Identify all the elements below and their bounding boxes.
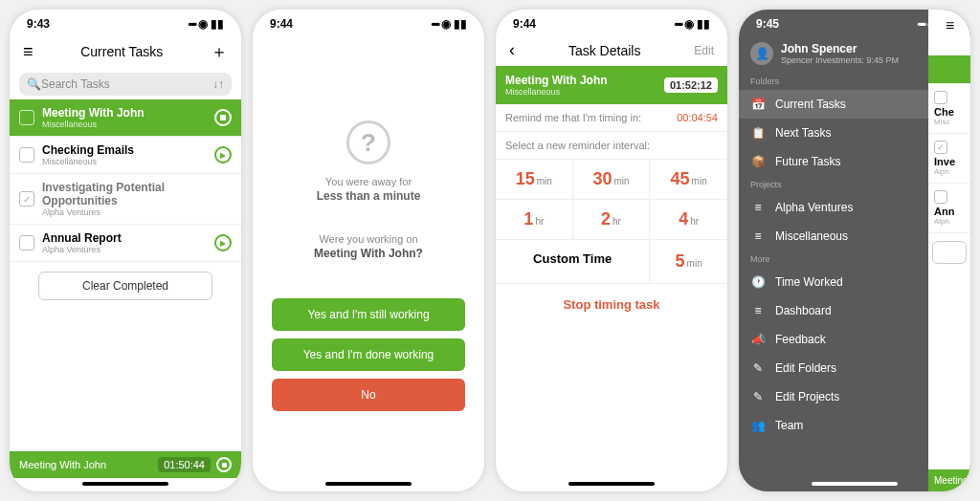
screen-current-tasks: 9:43 ••••• ◉ ▮▮ ≡ Current Tasks ＋ 🔍 Sear… xyxy=(10,10,241,491)
interval-option[interactable]: 30min xyxy=(573,160,651,200)
edit-button[interactable]: Edit xyxy=(694,44,714,57)
folder-icon: 📦 xyxy=(750,155,766,168)
task-category: Miscellaneous xyxy=(42,157,214,166)
stop-timing-button[interactable]: Stop timing task xyxy=(496,284,727,325)
status-bar: 9:44 ••••• ◉ ▮▮ xyxy=(496,10,727,34)
task-name: Meeting With John xyxy=(42,106,214,120)
done-working-button[interactable]: Yes and I'm done working xyxy=(272,338,465,371)
signal-icon: ••••• xyxy=(917,19,924,30)
interval-option[interactable]: 5min xyxy=(650,240,727,284)
nav-bar: ‹ Task Details Edit xyxy=(496,34,727,66)
task-checkbox xyxy=(934,190,947,204)
task-row[interactable]: Annual Report Alpha Ventures ▶ xyxy=(10,225,241,262)
task-name: Investigating Potential Opportunities xyxy=(42,181,232,207)
play-icon[interactable]: ▶ xyxy=(214,146,232,163)
clock: 9:43 xyxy=(27,17,50,31)
menu-icon[interactable]: ≡ xyxy=(928,10,970,34)
battery-icon: ▮▮ xyxy=(211,17,224,31)
user-subtitle: Spencer Investments: 9:45 PM xyxy=(781,55,899,65)
clock: 9:44 xyxy=(513,17,536,31)
interval-option[interactable]: 45min xyxy=(650,160,727,200)
background-screen-peek: ≡ Che Misc ✓ Inve Alph Ann Alph Meeting xyxy=(928,10,970,491)
still-working-button[interactable]: Yes and I'm still working xyxy=(272,298,465,331)
home-indicator xyxy=(812,482,898,486)
dashboard-icon: ≡ xyxy=(750,304,766,317)
screen-away-prompt: 9:44 ••••• ◉ ▮▮ ? You were away for Less… xyxy=(253,10,484,491)
interval-grid: 15min 30min 45min 1hr 2hr 4hr xyxy=(496,160,727,240)
wifi-icon: ◉ xyxy=(441,17,451,31)
away-duration: Less than a minute xyxy=(317,189,421,203)
megaphone-icon: 📣 xyxy=(750,333,766,346)
task-checkbox-checked[interactable]: ✓ xyxy=(19,191,34,207)
interval-option[interactable]: 2hr xyxy=(573,200,651,240)
task-list: Meeting With John Miscellaneous Checking… xyxy=(10,99,241,451)
clock: 9:44 xyxy=(270,17,293,31)
elapsed-time: 01:50:44 xyxy=(158,457,211,472)
elapsed-time: 01:52:12 xyxy=(664,77,718,93)
task-row[interactable]: ✓ Investigating Potential Opportunities … xyxy=(10,174,241,225)
question-icon: ? xyxy=(346,120,390,164)
clock: 9:45 xyxy=(756,17,779,31)
task-checkbox[interactable] xyxy=(19,110,34,125)
user-name: John Spencer xyxy=(781,42,899,55)
task-category: Alpha Ventures xyxy=(42,207,232,217)
status-icons: ••••• ◉ ▮▮ xyxy=(431,17,467,31)
interval-option[interactable]: 1hr xyxy=(496,200,573,240)
battery-icon: ▮▮ xyxy=(697,17,710,31)
home-indicator xyxy=(568,482,655,486)
menu-icon[interactable]: ≡ xyxy=(23,42,33,62)
add-task-icon[interactable]: ＋ xyxy=(211,40,228,63)
no-button[interactable]: No xyxy=(272,379,465,411)
back-icon[interactable]: ‹ xyxy=(509,40,515,60)
select-interval-label: Select a new reminder interval: xyxy=(496,132,727,160)
clear-button-peek xyxy=(932,241,967,264)
stop-timing-icon[interactable] xyxy=(214,109,232,126)
task-row xyxy=(928,55,970,84)
avatar: 👤 xyxy=(750,42,773,65)
page-title: Task Details xyxy=(568,43,640,58)
task-category: Miscellaneous xyxy=(42,120,214,129)
task-row[interactable]: Checking Emails Miscellaneous ▶ xyxy=(10,137,241,174)
task-name: Meeting With John xyxy=(505,74,608,87)
timing-bar[interactable]: Meeting With John 01:50:44 xyxy=(10,451,241,478)
task-name: Annual Report xyxy=(42,231,214,245)
remind-countdown: 00:04:54 xyxy=(677,112,718,123)
stop-icon[interactable] xyxy=(216,457,232,472)
task-checkbox-checked: ✓ xyxy=(934,141,947,154)
sort-icon[interactable]: ↓↑ xyxy=(212,77,224,91)
signal-icon: ••••• xyxy=(674,19,681,30)
battery-icon: ▮▮ xyxy=(454,17,467,31)
task-checkbox[interactable] xyxy=(19,147,34,163)
team-icon: 👥 xyxy=(750,419,766,432)
task-row: Ann Alph xyxy=(928,184,970,233)
task-checkbox[interactable] xyxy=(19,235,34,250)
away-label: You were away for xyxy=(325,176,412,187)
away-body: ? You were away for Less than a minute W… xyxy=(253,34,484,478)
status-bar: 9:43 ••••• ◉ ▮▮ xyxy=(10,10,241,34)
task-row: Che Misc xyxy=(928,84,970,134)
signal-icon: ••••• xyxy=(188,19,195,30)
screen-drawer: 9:45 ••••• ◉ ▮▮ 👤 John Spencer Spencer I… xyxy=(739,10,970,491)
project-icon: ≡ xyxy=(750,201,766,214)
custom-time-button[interactable]: Custom Time xyxy=(496,240,650,284)
folder-icon: 📋 xyxy=(750,126,766,140)
search-placeholder: Search Tasks xyxy=(41,77,110,91)
timing-task-name: Meeting With John xyxy=(19,459,106,470)
clock-icon: 🕐 xyxy=(750,275,766,289)
task-row: ✓ Inve Alph xyxy=(928,134,970,184)
clear-completed-button[interactable]: Clear Completed xyxy=(38,272,212,300)
remind-label: Remind me that I'm timing in: xyxy=(505,112,641,123)
search-input[interactable]: 🔍 Search Tasks ↓↑ xyxy=(19,73,232,96)
nav-bar: ≡ Current Tasks ＋ xyxy=(10,34,241,69)
play-icon[interactable]: ▶ xyxy=(214,234,232,251)
status-icons: ••••• ◉ ▮▮ xyxy=(674,17,710,31)
interval-option[interactable]: 15min xyxy=(496,160,573,200)
wifi-icon: ◉ xyxy=(198,17,208,31)
task-checkbox xyxy=(934,91,947,104)
status-icons: ••••• ◉ ▮▮ xyxy=(188,17,224,31)
away-task-name: Meeting With John? xyxy=(314,247,423,260)
task-row[interactable]: Meeting With John Miscellaneous xyxy=(10,99,241,137)
interval-option[interactable]: 4hr xyxy=(650,200,727,240)
search-icon: 🔍 xyxy=(27,77,41,91)
wifi-icon: ◉ xyxy=(684,17,694,31)
